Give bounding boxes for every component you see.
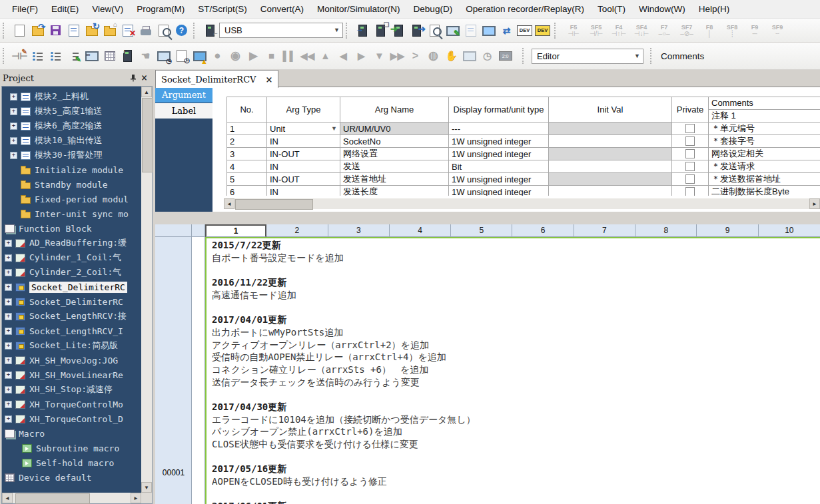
grid-col-header[interactable]: 9 (697, 224, 758, 237)
menu-debug[interactable]: Debug(D) (407, 2, 460, 17)
expand-icon[interactable]: + (5, 401, 12, 408)
private-checkbox[interactable] (685, 149, 695, 158)
expand-icon[interactable]: + (5, 240, 12, 247)
expand-icon[interactable]: + (10, 123, 17, 130)
note-list-icon[interactable] (47, 47, 65, 65)
tree-item-macro[interactable]: Self-hold macro (2, 455, 141, 470)
expand-icon[interactable]: + (5, 342, 12, 350)
cell-arg-type[interactable]: IN-OUT (267, 173, 340, 186)
cell-arg-name[interactable]: 发送首地址 (340, 173, 449, 186)
convert-transfer-icon[interactable]: ⇄ (498, 21, 516, 39)
private-checkbox[interactable] (685, 187, 695, 196)
program-protect-icon[interactable]: ⌂ (101, 21, 119, 39)
expand-icon[interactable]: + (5, 415, 12, 423)
scroll-down-icon[interactable]: ▼ (141, 482, 152, 493)
dev-badge-yellow-icon[interactable]: DEV (534, 21, 552, 39)
cell-arg-name[interactable]: 发送 (340, 160, 449, 173)
expand-icon[interactable]: + (10, 93, 17, 101)
tree-item-folder[interactable]: Standby module (2, 177, 141, 192)
toolbar-grip[interactable] (3, 48, 7, 64)
chevron-down-icon[interactable]: ▼ (331, 125, 337, 132)
connection-settings-icon[interactable]: ⌐ (201, 21, 219, 39)
menu-convert[interactable]: Convert(A) (254, 2, 310, 17)
tree-item-function-block[interactable]: +Socket_DelimiterRC (2, 294, 141, 309)
tree-item-function-block[interactable]: +AD_ReadBuffering:缓 (2, 236, 141, 250)
cell-arg-type[interactable]: IN-OUT (267, 148, 340, 160)
menu-st-script[interactable]: ST/Script(S) (191, 2, 254, 17)
toolbar-grip[interactable] (650, 48, 655, 64)
alarm-monitor-icon[interactable]: ▲ (191, 47, 208, 65)
toolbar-grip[interactable] (346, 23, 350, 39)
private-checkbox[interactable] (685, 136, 695, 146)
edit-list-icon[interactable]: ✎ (65, 47, 83, 65)
online-edit-icon[interactable]: ✎ (444, 21, 462, 39)
cell-arg-type[interactable]: IN (267, 135, 340, 148)
ladder-edit-icon[interactable]: ⊣⊢✎ (11, 47, 29, 65)
cell-display-format[interactable]: 1W unsigned integer (449, 173, 549, 186)
cell-comment[interactable]: ＊套接字号 (709, 135, 820, 148)
expand-icon[interactable]: + (5, 254, 12, 262)
fkey-f7-button[interactable]: F7–○– (653, 24, 675, 37)
stopwatch-icon[interactable]: ◷ (478, 47, 496, 65)
scrollbar-thumb[interactable] (142, 98, 153, 172)
tree-item-macro-root[interactable]: Macro (2, 426, 141, 441)
comments-select-label[interactable]: Comments (661, 51, 704, 61)
grid-col-header[interactable]: 10 (759, 224, 820, 237)
cell-init-val[interactable] (549, 148, 672, 160)
expand-icon[interactable]: + (5, 328, 12, 335)
grid-col-header[interactable]: 1 (205, 224, 266, 237)
step-up-icon[interactable]: ▲ (316, 47, 334, 65)
tree-item-module[interactable]: +模块30-报警处理 (2, 148, 141, 162)
save-project-icon[interactable] (47, 21, 65, 39)
cell-comment[interactable]: 二进制数据长度Byte (709, 186, 820, 196)
tree-item-module[interactable]: +模块10_输出传送 (2, 133, 141, 148)
scrollbar-thumb[interactable] (235, 199, 313, 210)
grid-col-header[interactable]: 6 (512, 224, 574, 237)
expand-icon[interactable]: + (5, 284, 12, 291)
upload-from-plc-icon[interactable]: ➔ (408, 21, 426, 39)
cell-comment[interactable]: 网络设定相关 (709, 148, 820, 160)
tree-item-macro[interactable]: Subroutine macro (2, 441, 141, 455)
cell-display-format[interactable]: Bit (449, 160, 549, 173)
cell-arg-type[interactable]: IN (267, 160, 340, 173)
cell-init-val[interactable] (549, 160, 672, 173)
menu-tool[interactable]: Tool(T) (591, 2, 632, 17)
monitor-mode-icon[interactable] (462, 21, 480, 39)
editor-mode-select[interactable]: Editor ▼ (532, 49, 643, 64)
device-comment-icon[interactable]: ❑ (372, 21, 390, 39)
menu-program[interactable]: Program(M) (130, 2, 191, 17)
menu-operation-recorder[interactable]: Operation recorder/Replay(R) (459, 2, 591, 17)
cell-init-val[interactable] (549, 173, 672, 186)
cell-arg-type[interactable]: Unit▼ (267, 123, 340, 135)
grid-col-header[interactable]: 8 (635, 224, 697, 237)
close-icon[interactable]: × (139, 73, 150, 83)
simulator-icon[interactable] (480, 21, 498, 39)
ladder-block-icon[interactable] (101, 47, 119, 65)
tab-label[interactable]: Label (155, 103, 212, 119)
tab-socket-delimiterrcv[interactable]: Socket_DelimiterRCV × (155, 70, 278, 88)
toolbar-grip[interactable] (554, 23, 559, 39)
private-checkbox[interactable] (685, 174, 695, 184)
menu-edit[interactable]: Edit(E) (45, 2, 85, 17)
tab-argument[interactable]: Argument (155, 87, 212, 103)
verify-icon[interactable] (426, 21, 444, 39)
pin-icon[interactable] (127, 73, 139, 83)
tree-item-module[interactable]: +模块6_高度2输送 (2, 119, 141, 133)
resume-icon[interactable]: ◍ (424, 47, 442, 65)
fkey-sf7-button[interactable]: SF7–⊘– (675, 24, 698, 37)
tree-item-function-block[interactable]: +Socket_Lite:简易版 (2, 338, 141, 353)
expand-icon[interactable]: + (5, 313, 12, 320)
step-over-icon[interactable]: > (406, 47, 424, 65)
cell-display-format[interactable]: 1W unsigned integer (449, 186, 549, 196)
tree-item-folder[interactable]: Fixed-period modul (2, 192, 141, 206)
record-icon[interactable]: ● (208, 47, 226, 65)
expand-icon[interactable]: + (10, 152, 17, 159)
download-to-plc-icon[interactable]: ➔ (390, 21, 408, 39)
scroll-right-icon[interactable]: ► (131, 493, 141, 503)
write-to-plc-icon[interactable]: → (354, 21, 372, 39)
cell-display-format[interactable]: 1W unsigned integer (449, 148, 549, 160)
ladder-program-icon[interactable] (65, 21, 83, 39)
fkey-sf5-button[interactable]: SF5⊣/⊢ (585, 24, 608, 37)
new-project-icon[interactable] (11, 21, 29, 39)
grid-col-header[interactable]: 3 (328, 224, 390, 237)
